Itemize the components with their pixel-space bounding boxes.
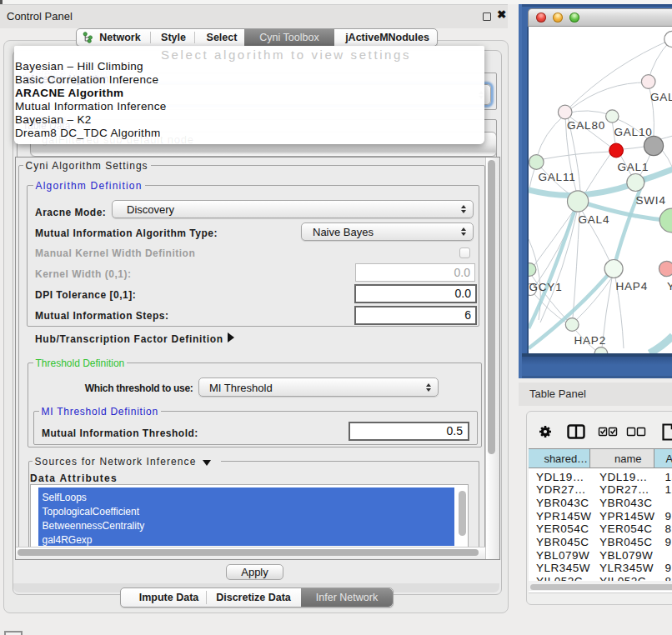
svg-text:SWI4: SWI4: [635, 193, 665, 206]
svg-text:GAL4: GAL4: [578, 212, 609, 225]
svg-text:GAL1: GAL1: [617, 160, 649, 172]
svg-text:GCY1: GCY1: [529, 280, 562, 292]
svg-text:GAL10: GAL10: [614, 125, 652, 138]
svg-text:GAL11: GAL11: [538, 170, 575, 182]
svg-text:HAP2: HAP2: [574, 333, 605, 346]
svg-text:GAL2: GAL2: [650, 91, 672, 103]
svg-text:GAL80: GAL80: [567, 118, 605, 131]
svg-text:HAP4: HAP4: [615, 279, 647, 292]
svg-text:YJ: YJ: [667, 279, 672, 292]
